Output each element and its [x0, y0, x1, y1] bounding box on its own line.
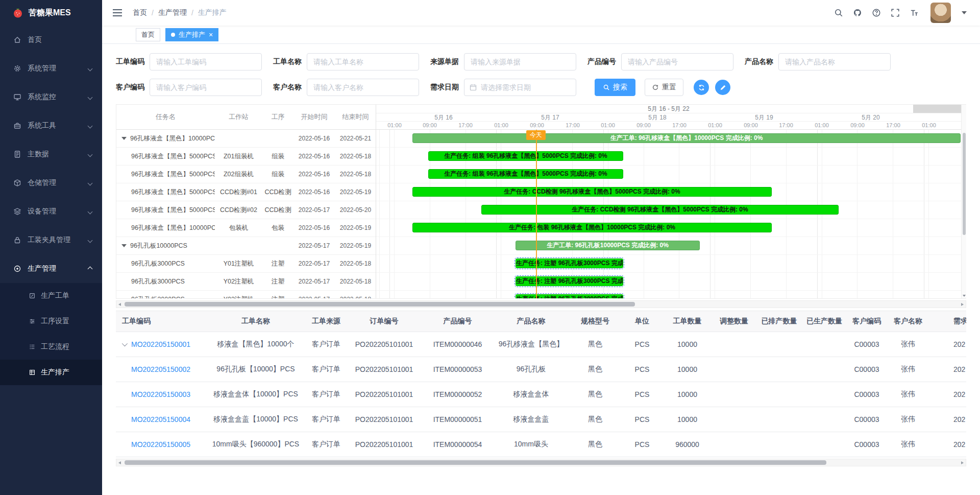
gantt-bar[interactable]: 生产工单: 96孔孔板10000PCS 完成比例: 0%	[516, 241, 700, 250]
timeline-hour-label: 01:00	[815, 122, 829, 129]
app-logo[interactable]: 苦糖果MES	[0, 0, 102, 26]
gantt-task-row[interactable]: 96孔孔板10000PCS 2022-05-17 2022-05-19	[116, 237, 376, 255]
gantt-task-row[interactable]: 96孔孔板3000PCS Y01注塑机 注塑 2022-05-17 2022-0…	[116, 255, 376, 273]
gantt-bar[interactable]: 生产任务: CCD检测 96孔移液盒【黑色】5000PCS 完成比例: 0%	[481, 205, 839, 215]
sidebar-item-warehouse[interactable]: 仓储管理	[0, 169, 102, 197]
order-row[interactable]: MO202205150005 10mm吸头【960000】PCS 客户订单 PO…	[116, 432, 966, 457]
breadcrumb-production[interactable]: 生产管理	[158, 8, 187, 17]
gantt-bar[interactable]: 生产任务: CCD检测 96孔移液盒【黑色】5000PCS 完成比例: 0%	[412, 187, 772, 197]
product-code-input[interactable]	[621, 53, 733, 70]
end-time: 2022-05-20	[335, 206, 376, 214]
gantt-bar[interactable]: 生产任务: 组装 96孔移液盒【黑色】5000PCS 完成比例: 0%	[428, 151, 623, 161]
gantt-task-row[interactable]: 96孔移液盒【黑色】10000PCS 包装机 包装 2022-05-16 202…	[116, 219, 376, 237]
search-icon[interactable]	[834, 8, 843, 17]
order-row[interactable]: MO202205150003 移液盒盒体【10000】PCS 客户订单 PO20…	[116, 382, 966, 407]
gantt-bar[interactable]: 生产任务: 包装 96孔移液盒【黑色】10000PCS 完成比例: 0%	[412, 223, 772, 232]
sidebar-item-system-tools[interactable]: 系统工具	[0, 111, 102, 140]
avatar[interactable]	[930, 3, 951, 23]
order-row[interactable]: MO202205150002 96孔孔板【10000】PCS 客户订单 PO20…	[116, 357, 966, 382]
product-number: ITEM00000052	[422, 390, 494, 398]
gantt-horizontal-scrollbar[interactable]	[116, 300, 966, 308]
gantt-task-row[interactable]: 96孔移液盒【黑色】5000PCS Z01组装机 组装 2022-05-16 2…	[116, 148, 376, 166]
product-number: ITEM00000046	[422, 340, 494, 348]
work-order-name-input[interactable]	[307, 53, 419, 70]
order-source: 客户订单	[306, 340, 347, 349]
scroll-left-arrow-icon[interactable]	[118, 461, 121, 464]
github-icon[interactable]	[853, 8, 862, 17]
order-row[interactable]: MO202205150001 移液盒【黑色】10000个 客户订单 PO2022…	[116, 332, 966, 357]
font-size-icon[interactable]	[910, 8, 919, 17]
scroll-right-arrow-icon[interactable]	[961, 303, 964, 306]
gantt-task-row[interactable]: 96孔移液盒【黑色】5000PCS CCD检测#02 CCD检测 2022-05…	[116, 201, 376, 219]
task-name: 96孔孔板3000PCS	[131, 277, 185, 286]
order-name: 10mm吸头【960000】PCS	[206, 440, 306, 449]
timeline-days-row: 5月 16 5月 17 5月 18 5月 19 5月 20	[376, 113, 961, 122]
customer-code: C00003	[846, 390, 887, 398]
work-order-code-input[interactable]	[150, 53, 262, 70]
order-code-link[interactable]: MO202205150003	[131, 390, 190, 398]
customer-name-input[interactable]	[307, 79, 419, 96]
sidebar-item-production[interactable]: 生产管理	[0, 254, 102, 283]
gantt-task-row[interactable]: 96孔移液盒【黑色】5000PCS Z02组装机 组装 2022-05-16 2…	[116, 166, 376, 183]
work-order-icon	[29, 292, 36, 299]
tab-home[interactable]: 首页	[136, 28, 160, 41]
gantt-task-row[interactable]: 96孔移液盒【黑色】5000PCS CCD检测#01 CCD检测 2022-05…	[116, 183, 376, 201]
gantt-task-row[interactable]: 96孔孔板3000PCS Y03注塑机 注塑 2022-05-17 2022-0…	[116, 291, 376, 298]
avatar-dropdown-caret-icon[interactable]	[962, 11, 967, 14]
expand-row-icon[interactable]	[122, 341, 128, 346]
edit-button[interactable]	[715, 80, 730, 95]
scrollbar-thumb[interactable]	[125, 460, 826, 465]
filter-demand-date: 需求日期	[430, 79, 576, 96]
gantt-bar[interactable]: 生产工单: 96孔移液盒【黑色】10000PCS 完成比例: 0%	[412, 133, 961, 143]
sidebar-subitem-work-order[interactable]: 生产工单	[0, 283, 102, 309]
order-row[interactable]: MO202205150004 移液盒盒盖【10000】PCS 客户订单 PO20…	[116, 407, 966, 432]
order-code-link[interactable]: MO202205150002	[131, 365, 190, 373]
scroll-left-arrow-icon[interactable]	[118, 303, 121, 306]
gantt-bar[interactable]: 生产任务: 注塑 96孔孔板3000PCS 完成比例: 0%	[516, 276, 623, 286]
scroll-down-arrow-icon[interactable]	[963, 295, 966, 297]
sidebar-item-equipment[interactable]: 设备管理	[0, 197, 102, 226]
scrollbar-thumb[interactable]	[963, 133, 966, 235]
gantt-task-row[interactable]: 96孔孔板3000PCS Y02注塑机 注塑 2022-05-17 2022-0…	[116, 273, 376, 291]
gantt-bar[interactable]: 生产任务: 组装 96孔移液盒【黑色】5000PCS 完成比例: 0%	[428, 169, 623, 179]
close-tab-icon[interactable]: ×	[209, 31, 213, 38]
order-code-link[interactable]: MO202205150005	[131, 440, 190, 449]
order-name: 96孔孔板【10000】PCS	[206, 365, 306, 374]
search-button[interactable]: 搜索	[595, 79, 635, 96]
sidebar-item-system-monitor[interactable]: 系统监控	[0, 83, 102, 111]
fullscreen-icon[interactable]	[891, 8, 900, 17]
end-time: 2022-05-19	[335, 224, 376, 231]
app-title: 苦糖果MES	[29, 8, 71, 18]
demand-date-input[interactable]	[464, 79, 576, 96]
sidebar-item-system-admin[interactable]: 系统管理	[0, 54, 102, 83]
breadcrumb-home[interactable]: 首页	[133, 8, 147, 17]
sidebar-item-tooling[interactable]: 工装夹具管理	[0, 226, 102, 254]
sync-button[interactable]	[694, 80, 709, 95]
sidebar-item-home[interactable]: 首页	[0, 26, 102, 54]
sidebar-subitem-process-flow[interactable]: 工艺流程	[0, 334, 102, 360]
source-doc-input[interactable]	[464, 53, 576, 70]
gantt-bar[interactable]: 生产任务: 注塑 96孔孔板3000PCS 完成比例: 0%	[516, 258, 623, 268]
tab-production-scheduling[interactable]: 生产排产 ×	[165, 28, 218, 41]
calendar-icon	[469, 83, 477, 91]
sidebar-item-master-data[interactable]: 主数据	[0, 140, 102, 169]
customer-code-input[interactable]	[150, 79, 262, 96]
gantt-task-row[interactable]: 96孔移液盒【黑色】10000PCS 2022-05-16 2022-05-21	[116, 130, 376, 148]
sidebar-subitem-scheduling[interactable]: 生产排产	[0, 360, 102, 385]
orders-horizontal-scrollbar[interactable]	[116, 459, 966, 466]
hamburger-icon[interactable]	[112, 9, 122, 17]
scrollbar-thumb[interactable]	[125, 302, 635, 307]
tree-toggle-icon[interactable]	[121, 244, 127, 247]
workstation: Y03注塑机	[215, 295, 262, 299]
help-icon[interactable]	[872, 8, 881, 17]
tabbar: 首页 生产排产 ×	[102, 26, 980, 44]
gantt-vertical-scrollbar[interactable]	[961, 105, 966, 298]
gantt-bar[interactable]: 生产任务: 注塑 96孔孔板3000PCS 完成比例: 0%	[516, 294, 623, 298]
scroll-right-arrow-icon[interactable]	[961, 461, 964, 464]
tree-toggle-icon[interactable]	[121, 137, 127, 140]
sidebar-subitem-process-settings[interactable]: 工序设置	[0, 309, 102, 334]
order-code-link[interactable]: MO202205150001	[131, 340, 190, 348]
product-name-input[interactable]	[778, 53, 891, 70]
reset-button[interactable]: 重置	[645, 79, 683, 96]
order-code-link[interactable]: MO202205150004	[131, 415, 190, 423]
